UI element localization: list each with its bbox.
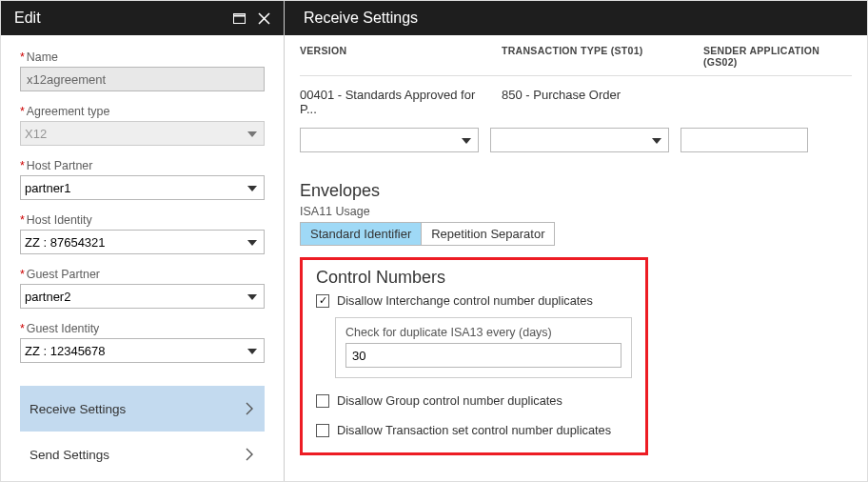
version-select[interactable] bbox=[300, 128, 479, 152]
guest-partner-label: *Guest Partner bbox=[20, 268, 265, 281]
seg-standard-identifier[interactable]: Standard Identifier bbox=[301, 223, 421, 245]
check-dup-block: Check for duplicate ISA13 every (days) bbox=[335, 317, 632, 378]
agreement-type-label: *Agreement type bbox=[20, 105, 265, 118]
settings-nav: Receive Settings Send Settings bbox=[20, 386, 265, 477]
disallow-group-label: Disallow Group control number duplicates bbox=[337, 393, 562, 408]
col-version: VERSION bbox=[300, 45, 490, 68]
guest-partner-select[interactable]: partner2 bbox=[20, 284, 265, 309]
right-panel-body: VERSION TRANSACTION TYPE (ST01) SENDER A… bbox=[285, 35, 867, 455]
maximize-icon[interactable] bbox=[227, 6, 251, 30]
chevron-right-icon bbox=[246, 448, 253, 461]
left-panel-header: Edit bbox=[1, 1, 284, 35]
right-panel-title: Receive Settings bbox=[304, 10, 418, 27]
cell-sender-app bbox=[703, 88, 837, 116]
guest-identity-label: *Guest Identity bbox=[20, 322, 265, 335]
txn-type-select[interactable] bbox=[490, 128, 669, 152]
nav-receive-settings[interactable]: Receive Settings bbox=[20, 386, 265, 432]
disallow-txn-row: Disallow Transaction set control number … bbox=[316, 423, 632, 437]
guest-identity-select[interactable]: ZZ : 12345678 bbox=[20, 338, 265, 363]
host-identity-label: *Host Identity bbox=[20, 213, 265, 227]
name-input bbox=[20, 67, 265, 91]
check-dup-days-input[interactable] bbox=[345, 343, 621, 368]
close-icon[interactable] bbox=[251, 6, 276, 30]
right-panel: Receive Settings VERSION TRANSACTION TYP… bbox=[285, 1, 867, 481]
chevron-right-icon bbox=[246, 402, 253, 415]
nav-item-label: Send Settings bbox=[30, 448, 109, 462]
nav-item-label: Receive Settings bbox=[30, 402, 126, 416]
right-panel-header: Receive Settings bbox=[285, 1, 867, 35]
envelopes-title: Envelopes bbox=[300, 181, 852, 201]
schema-table-header: VERSION TRANSACTION TYPE (ST01) SENDER A… bbox=[300, 35, 852, 75]
disallow-txn-checkbox[interactable] bbox=[316, 424, 329, 437]
left-panel: Edit *Name *Agreement type X12 *Host Par… bbox=[1, 1, 285, 481]
control-numbers-highlight: Control Numbers Disallow Interchange con… bbox=[300, 257, 648, 455]
envelopes-section: Envelopes ISA11 Usage Standard Identifie… bbox=[300, 181, 852, 246]
disallow-group-checkbox[interactable] bbox=[316, 394, 329, 408]
check-dup-label: Check for duplicate ISA13 every (days) bbox=[345, 326, 621, 339]
divider bbox=[300, 75, 852, 76]
disallow-interchange-checkbox[interactable] bbox=[316, 294, 329, 308]
name-label: *Name bbox=[20, 50, 265, 64]
disallow-group-row: Disallow Group control number duplicates bbox=[316, 393, 632, 408]
host-partner-label: *Host Partner bbox=[20, 159, 265, 172]
disallow-txn-label: Disallow Transaction set control number … bbox=[337, 423, 611, 437]
isa11-label: ISA11 Usage bbox=[300, 205, 852, 218]
agreement-type-select: X12 bbox=[20, 121, 265, 146]
left-panel-body: *Name *Agreement type X12 *Host Partner … bbox=[1, 35, 284, 376]
seg-repetition-separator[interactable]: Repetition Separator bbox=[421, 223, 554, 245]
nav-send-settings[interactable]: Send Settings bbox=[20, 432, 265, 477]
left-panel-title: Edit bbox=[14, 10, 41, 27]
cell-version: 00401 - Standards Approved for P... bbox=[300, 88, 490, 116]
col-txn-type: TRANSACTION TYPE (ST01) bbox=[502, 45, 692, 68]
disallow-interchange-label: Disallow Interchange control number dupl… bbox=[337, 293, 593, 308]
col-sender-app: SENDER APPLICATION (GS02) bbox=[703, 45, 837, 68]
schema-table-edit-row bbox=[300, 122, 852, 162]
cell-txn-type: 850 - Purchase Order bbox=[502, 88, 692, 116]
sender-app-input[interactable] bbox=[681, 128, 808, 152]
control-numbers-title: Control Numbers bbox=[316, 268, 632, 288]
app-root: Edit *Name *Agreement type X12 *Host Par… bbox=[0, 0, 868, 482]
schema-table-row: 00401 - Standards Approved for P... 850 … bbox=[300, 82, 852, 122]
isa11-segmented: Standard Identifier Repetition Separator bbox=[300, 222, 555, 246]
host-partner-select[interactable]: partner1 bbox=[20, 175, 265, 200]
host-identity-select[interactable]: ZZ : 87654321 bbox=[20, 230, 265, 254]
disallow-interchange-row: Disallow Interchange control number dupl… bbox=[316, 293, 632, 308]
